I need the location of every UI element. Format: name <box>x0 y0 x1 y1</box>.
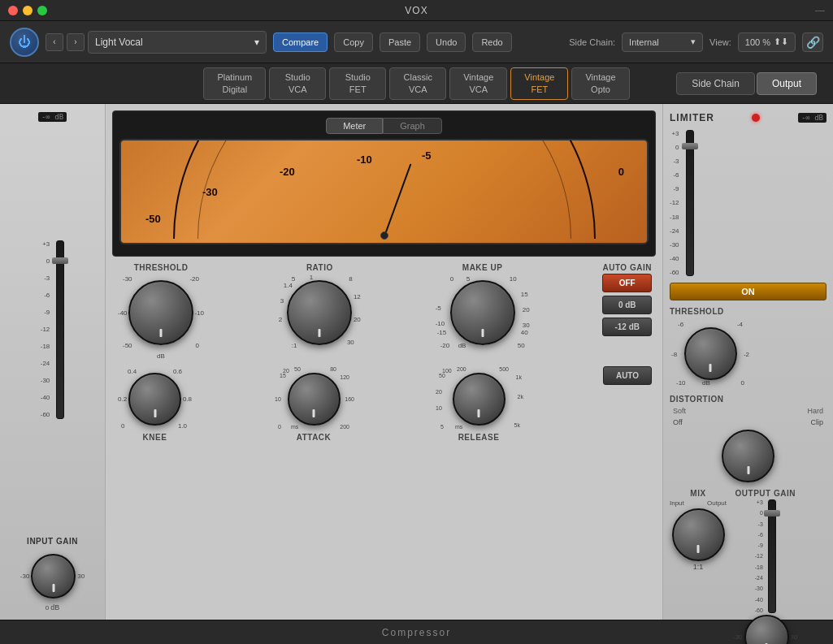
mix-output-row: MIX Input Output 1:1 OUTPUT GAIN +30-3-6… <box>670 489 826 644</box>
tab-vintage-opto[interactable]: VintageOpto <box>571 67 629 100</box>
preset-dropdown[interactable]: Light Vocal ▾ <box>88 31 267 54</box>
limiter-fader-area: +30-3-6-9-12-18-24-30-40-60 <box>670 130 826 276</box>
minimize-button[interactable] <box>23 6 33 15</box>
paste-button[interactable]: Paste <box>380 32 420 52</box>
title-bar: VOX — <box>0 0 833 21</box>
makeup-scale-l3: -10 <box>436 320 445 327</box>
lim-threshold-db: dB <box>702 379 710 387</box>
dist-off-label: Off <box>673 418 683 426</box>
attack-knob-wrap: 20 50 80 120 160 200 ms 0 10 15 <box>273 366 354 431</box>
undo-button[interactable]: Undo <box>427 32 466 52</box>
makeup-knob-wrap: 0 5 10 15 20 30 40 50 dB -20 -15 -10 -5 <box>434 274 531 351</box>
dist-soft-label: Soft <box>673 407 686 415</box>
sidechain-dropdown[interactable]: Internal ▾ <box>622 32 703 52</box>
threshold-knob-wrap: -30 -20 -40 -10 -50 0 <box>116 274 206 351</box>
input-fader-handle[interactable] <box>52 257 68 264</box>
knee-scale-bl: 0 <box>121 422 124 430</box>
makeup-knob[interactable] <box>450 280 515 345</box>
attack-scale-t2: 80 <box>330 366 336 372</box>
input-fader-scale: +30-3-6-9-12-18-24-30-40-60 <box>41 240 50 419</box>
limiter-fader-handle[interactable] <box>682 143 698 149</box>
tab-classic-vca[interactable]: ClassicVCA <box>389 67 446 100</box>
vu-label-30: -30 <box>202 186 218 198</box>
makeup-scale-bl: -20 <box>440 342 450 349</box>
ratio-group: RATIO 5 8 12 20 30 :1 2 3 1.4 1 <box>277 263 362 351</box>
release-knob[interactable] <box>453 373 505 426</box>
limiter-title: LIMITER <box>670 112 714 123</box>
tab-vintage-fet[interactable]: VintageFET <box>510 67 568 100</box>
tab-vintage-vca[interactable]: VintageVCA <box>449 67 507 100</box>
ratio-scale-l1: 3 <box>280 297 284 305</box>
output-fader-track[interactable] <box>768 499 776 613</box>
input-knob-scale-right: 30 <box>77 573 85 580</box>
graph-button[interactable]: Graph <box>383 118 442 134</box>
maximize-button[interactable] <box>37 6 47 15</box>
makeup-scale-tl: 0 <box>450 275 453 283</box>
mix-input-label: Input <box>670 499 684 507</box>
ratio-scale-tr: 8 <box>349 275 352 283</box>
distortion-label: DISTORTION <box>670 395 826 404</box>
release-scale-r2: 2k <box>518 394 523 400</box>
limiter-on-button[interactable]: ON <box>670 283 826 300</box>
input-knob-value: 0 <box>46 604 49 612</box>
auto-release-button[interactable]: AUTO <box>603 366 652 385</box>
release-label: RELEASE <box>458 433 500 442</box>
distortion-knob[interactable] <box>722 430 774 482</box>
release-scale-r1: 1k <box>516 374 522 380</box>
input-gain-knob[interactable] <box>31 554 76 599</box>
traffic-lights <box>8 6 47 15</box>
makeup-scale-l2: -5 <box>436 305 441 312</box>
tab-platinum-digital[interactable]: PlatinumDigital <box>203 67 266 100</box>
ratio-scale-b: 30 <box>347 339 354 346</box>
next-preset-button[interactable]: › <box>67 33 85 51</box>
side-chain-tab[interactable]: Side Chain <box>676 72 755 95</box>
vu-label-50: -50 <box>145 213 161 225</box>
limiter-threshold-label: THRESHOLD <box>670 307 826 316</box>
close-button[interactable] <box>8 6 18 15</box>
ratio-knob-wrap: 5 8 12 20 30 :1 2 3 1.4 1 <box>277 274 362 351</box>
lim-threshold-tr: -4 <box>737 321 743 328</box>
mix-io-labels: Input Output <box>670 499 727 507</box>
prev-preset-button[interactable]: ‹ <box>46 33 63 51</box>
vu-needle-pivot <box>380 231 388 240</box>
link-button[interactable]: 🔗 <box>802 32 823 52</box>
lim-threshold-l: -8 <box>671 350 677 357</box>
knee-scale-tl: 0.4 <box>128 368 137 375</box>
lower-controls-row: 0.4 0.6 0.2 0.8 0 1.0 KNEE 20 50 80 <box>112 366 656 442</box>
attack-scale-r: 160 <box>345 396 354 402</box>
window-collapse[interactable]: — <box>815 5 825 16</box>
power-button[interactable]: ⏻ <box>10 28 39 57</box>
meter-button[interactable]: Meter <box>326 118 383 134</box>
threshold-scale-bl: -50 <box>123 342 132 349</box>
release-scale-b: ms <box>455 424 462 430</box>
auto-gain-0db-button[interactable]: 0 dB <box>602 296 652 314</box>
limiter-fader-track[interactable] <box>686 130 694 276</box>
input-fader-track[interactable] <box>56 240 64 419</box>
output-scale-right: 30 <box>791 633 798 641</box>
attack-knob[interactable] <box>288 373 341 426</box>
auto-gain-12db-button[interactable]: -12 dB <box>602 318 652 336</box>
attack-scale-b: ms <box>291 424 298 430</box>
knee-knob[interactable] <box>128 373 181 426</box>
limiter-threshold-knob[interactable] <box>684 327 737 380</box>
view-dropdown[interactable]: 100 % ⬆⬇ <box>738 32 796 52</box>
input-strip: -∞ dB +30-3-6-9-12-18-24-30-40-60 INPUT … <box>0 104 106 620</box>
makeup-scale-tr: 10 <box>510 275 517 283</box>
makeup-scale-r2: 20 <box>523 306 530 313</box>
output-tab[interactable]: Output <box>757 72 817 95</box>
vu-label-20: -20 <box>280 166 295 178</box>
tab-studio-vca[interactable]: StudioVCA <box>269 67 326 100</box>
sidechain-area: Side Chain: Internal ▾ View: 100 % ⬆⬇ 🔗 <box>569 32 823 52</box>
auto-release-group: AUTO <box>603 366 652 401</box>
tab-studio-fet[interactable]: StudioFET <box>329 67 386 100</box>
ratio-knob[interactable] <box>287 280 352 345</box>
redo-button[interactable]: Redo <box>472 32 511 52</box>
compare-button[interactable]: Compare <box>273 32 328 52</box>
copy-button[interactable]: Copy <box>334 32 373 52</box>
output-fader-handle[interactable] <box>764 510 780 516</box>
threshold-db-label: dB <box>157 352 165 360</box>
threshold-knob[interactable] <box>128 280 193 345</box>
auto-gain-off-button[interactable]: OFF <box>602 274 652 292</box>
output-gain-knob[interactable] <box>744 615 789 644</box>
mix-knob[interactable] <box>672 508 725 561</box>
